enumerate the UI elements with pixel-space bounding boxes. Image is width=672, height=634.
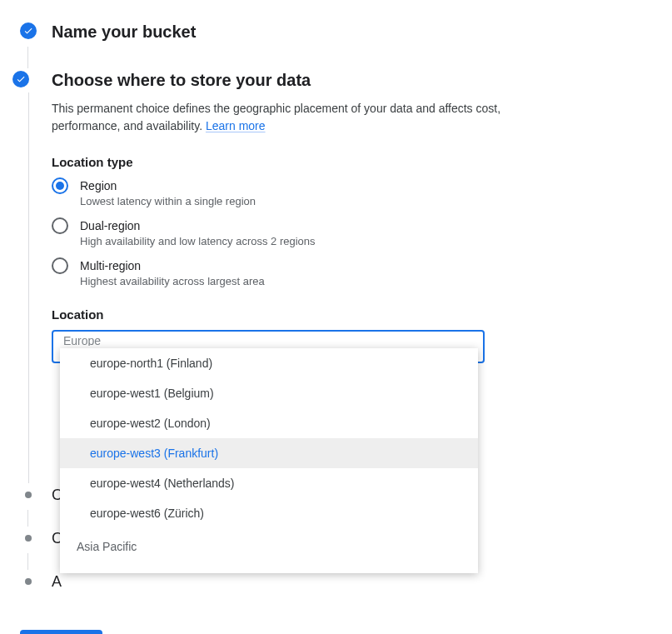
step-collapsed[interactable]: A bbox=[20, 570, 652, 597]
radio-label: Multi-region bbox=[80, 257, 265, 274]
dropdown-item[interactable]: europe-west6 (Zürich) bbox=[60, 498, 478, 528]
location-dropdown[interactable]: europe-north1 (Finland) europe-west1 (Be… bbox=[60, 348, 478, 573]
location-heading: Location bbox=[52, 307, 652, 322]
radio-sublabel: Lowest latency within a single region bbox=[80, 195, 256, 207]
step-title-obscured: A bbox=[52, 570, 65, 593]
dropdown-group-label: Asia Pacific bbox=[60, 528, 478, 560]
radio-sublabel: Highest availability across largest area bbox=[80, 275, 265, 287]
step-description: This permanent choice defines the geogra… bbox=[52, 100, 501, 135]
connector-line bbox=[28, 92, 29, 483]
radio-label: Dual-region bbox=[80, 217, 316, 234]
radio-icon bbox=[52, 257, 68, 274]
step-title: Choose where to store your data bbox=[52, 68, 652, 92]
check-circle-icon bbox=[12, 71, 29, 87]
dropdown-item[interactable]: europe-west2 (London) bbox=[60, 408, 478, 438]
dropdown-item[interactable]: europe-west1 (Belgium) bbox=[60, 378, 478, 408]
connector-line bbox=[27, 47, 28, 68]
location-type-heading: Location type bbox=[52, 155, 652, 169]
radio-dual-region[interactable]: Dual-region High availability and low la… bbox=[52, 217, 652, 247]
dropdown-item-highlighted[interactable]: europe-west3 (Frankfurt) bbox=[60, 438, 478, 468]
dropdown-item[interactable]: europe-north1 (Finland) bbox=[60, 348, 478, 378]
radio-multi-region[interactable]: Multi-region Highest availability across… bbox=[52, 257, 652, 287]
radio-icon bbox=[52, 217, 68, 234]
location-type-radio-group: Region Lowest latency within a single re… bbox=[52, 177, 652, 287]
footer-buttons: CREATE CANCEL bbox=[20, 630, 652, 634]
select-clipped-group: Europe bbox=[63, 334, 101, 346]
step-title: Name your bucket bbox=[52, 20, 652, 43]
learn-more-link[interactable]: Learn more bbox=[206, 119, 266, 132]
bullet-icon bbox=[25, 578, 32, 585]
check-circle-icon bbox=[20, 22, 37, 39]
radio-region[interactable]: Region Lowest latency within a single re… bbox=[52, 177, 652, 207]
create-button[interactable]: CREATE bbox=[20, 630, 102, 634]
connector-line bbox=[27, 510, 28, 527]
cancel-button[interactable]: CANCEL bbox=[119, 630, 202, 634]
radio-label: Region bbox=[80, 177, 256, 194]
description-text: This permanent choice defines the geogra… bbox=[52, 102, 500, 132]
step-choose-location: Choose where to store your data This per… bbox=[20, 68, 652, 483]
radio-sublabel: High availability and low latency across… bbox=[80, 235, 316, 247]
bullet-icon bbox=[25, 535, 32, 542]
location-select-wrapper: Europe europe-north1 (Finland) europe-we… bbox=[52, 330, 485, 363]
radio-icon bbox=[52, 177, 68, 194]
step-name-bucket[interactable]: Name your bucket bbox=[20, 20, 652, 47]
bullet-icon bbox=[25, 492, 32, 498]
dropdown-item[interactable]: europe-west4 (Netherlands) bbox=[60, 468, 478, 498]
connector-line bbox=[27, 553, 28, 570]
